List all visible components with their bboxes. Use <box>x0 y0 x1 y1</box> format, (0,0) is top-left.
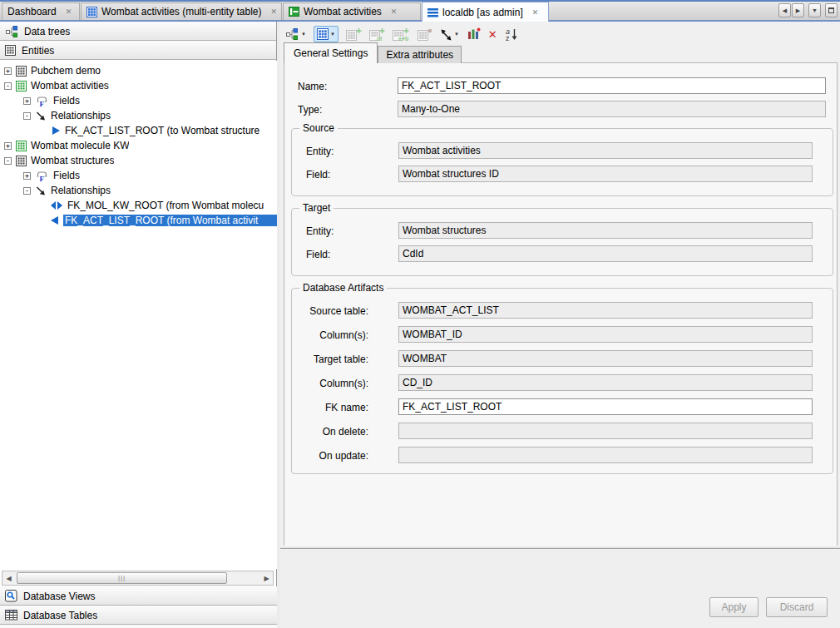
data-tree-icon <box>5 26 18 37</box>
maximize-button[interactable] <box>825 3 838 17</box>
relationship-arrow-icon <box>35 111 47 121</box>
chevron-down-icon: ▼ <box>454 32 459 37</box>
tree-row-selected[interactable]: FK_ACT_LIST_ROOT (from Wombat activit <box>0 213 277 228</box>
collapse-icon[interactable]: - <box>23 112 31 120</box>
entities-tree: + Pubchem demo - Wombat activities + F <box>0 61 277 569</box>
target-entity-label: Entity: <box>306 225 334 237</box>
discard-button[interactable]: Discard <box>766 597 828 617</box>
tree-row[interactable]: - Relationships <box>0 183 277 198</box>
tree-row[interactable]: + F Fields <box>0 93 277 108</box>
entities-grid-icon <box>5 45 16 56</box>
target-field-field <box>398 245 813 262</box>
data-tree-tool-button[interactable]: ▼ <box>285 27 306 41</box>
apply-button[interactable]: Apply <box>709 597 758 617</box>
tab-extra-attributes[interactable]: Extra attributes <box>378 46 462 63</box>
expand-icon[interactable]: + <box>23 172 31 180</box>
section-database-views[interactable]: Database Views <box>0 586 277 606</box>
tree-row[interactable]: + Pubchem demo <box>0 63 277 78</box>
close-icon[interactable]: ✕ <box>531 7 541 17</box>
tree-row[interactable]: + Wombat molecule KW <box>0 138 277 153</box>
editor-toolbar: ▼ ▼ ct a+b ▼ <box>285 24 518 44</box>
close-icon[interactable]: ✕ <box>269 7 279 17</box>
section-label: Entities <box>22 45 54 57</box>
collapse-icon[interactable]: - <box>23 187 31 195</box>
section-entities[interactable]: Entities <box>0 41 276 60</box>
source-field-field <box>398 166 813 182</box>
name-field[interactable] <box>398 77 826 94</box>
tree-row[interactable]: - Relationships <box>0 108 277 123</box>
collapse-icon[interactable]: - <box>4 82 12 90</box>
forward-icon: ▶ <box>796 7 800 14</box>
artifacts-group-title: Database Artifacts <box>299 282 387 294</box>
on-delete-label: On delete: <box>299 426 368 438</box>
sort-az-button[interactable]: az <box>505 27 518 41</box>
source-columns-label: Column(s): <box>299 329 368 341</box>
new-relationship-icon <box>440 28 452 41</box>
expand-icon[interactable]: + <box>4 142 12 150</box>
close-icon[interactable]: ✕ <box>389 7 399 17</box>
sort-az-icon: az <box>505 27 518 41</box>
new-relationship-button[interactable]: ▼ <box>440 28 459 41</box>
on-update-field <box>398 447 813 463</box>
tree-row[interactable]: + F Fields <box>0 168 277 183</box>
scrollbar-thumb[interactable]: ||| <box>17 572 227 584</box>
triangle-right-icon <box>52 126 61 136</box>
tree-item-label: Wombat activities <box>31 80 109 91</box>
scroll-tabs-left-button[interactable]: ◀ <box>778 3 791 17</box>
tab-wombat-activities[interactable]: Wombat activities ✕ <box>283 2 421 20</box>
source-columns-field <box>398 326 813 343</box>
tree-item-label: Relationships <box>51 185 111 196</box>
add-entity-ct-button[interactable]: ct <box>369 27 385 41</box>
tab-list-dropdown-button[interactable]: ▼ <box>808 3 821 17</box>
data-tree-icon <box>285 27 299 41</box>
delete-button[interactable]: ✕ <box>488 28 497 41</box>
scroll-tabs-right-button[interactable]: ▶ <box>792 3 804 17</box>
tab-localdb[interactable]: localdb [as admin] ✕ <box>422 2 549 22</box>
add-entity-ab-icon: a+b <box>393 27 410 41</box>
tree-row[interactable]: - Wombat structures <box>0 153 277 168</box>
tree-horizontal-scrollbar[interactable]: ◀ ||| ▶ <box>2 571 274 586</box>
tree-row[interactable]: FK_ACT_LIST_ROOT (to Wombat structure <box>0 123 277 138</box>
entity-grid-green-icon <box>16 81 27 91</box>
column-stats-button[interactable] <box>467 27 481 41</box>
scroll-left-arrow[interactable]: ◀ <box>2 571 15 585</box>
tree-item-label: Fields <box>53 170 80 181</box>
tree-item-label: Wombat structures <box>31 155 114 166</box>
new-entity-tool-button[interactable]: ▼ <box>314 26 338 42</box>
explorer-panel: Data trees Entities + Pubchem demo - <box>0 22 277 628</box>
add-entity-ab-button[interactable]: a+b <box>393 27 410 41</box>
close-icon[interactable]: ✕ <box>64 7 74 17</box>
tab-wombat-activities-multi-entity[interactable]: Wombat activities (multi-entity table) ✕ <box>81 2 282 20</box>
form-green-icon <box>289 7 299 17</box>
fk-name-field[interactable] <box>398 398 813 415</box>
svg-text:F: F <box>40 100 45 107</box>
column-stats-icon <box>467 27 481 41</box>
svg-text:ct: ct <box>377 36 383 41</box>
expand-icon[interactable]: + <box>4 67 12 75</box>
tree-item-label: FK_MOL_KW_ROOT (from Wombat molecu <box>67 200 264 211</box>
tree-row[interactable]: - Wombat activities <box>0 78 277 93</box>
expand-icon[interactable]: + <box>23 97 31 105</box>
tab-dashboard[interactable]: Dashboard ✕ <box>2 2 80 20</box>
tree-item-label: FK_ACT_LIST_ROOT (from Wombat activit <box>63 215 277 226</box>
fk-name-label: FK name: <box>299 402 368 413</box>
section-label: Data trees <box>24 26 70 37</box>
type-label: Type: <box>298 104 322 116</box>
section-database-tables[interactable]: Database Tables <box>0 606 277 625</box>
promote-entity-button[interactable] <box>418 27 432 41</box>
section-schema[interactable]: Schema <box>0 625 277 628</box>
section-data-trees[interactable]: Data trees <box>0 22 276 41</box>
magnifier-icon <box>5 590 17 602</box>
relationship-arrow-icon <box>35 185 47 196</box>
entity-grid-green-icon <box>16 141 27 151</box>
svg-text:F: F <box>40 175 45 182</box>
tab-label: Dashboard <box>7 6 57 17</box>
tab-general-settings[interactable]: General Settings <box>284 42 378 63</box>
add-entity-icon <box>346 27 362 41</box>
add-entity-button[interactable] <box>346 27 362 41</box>
schema-lines-icon <box>427 7 438 17</box>
tree-row[interactable]: FK_MOL_KW_ROOT (from Wombat molecu <box>0 198 277 213</box>
scroll-right-arrow[interactable]: ▶ <box>260 571 273 585</box>
on-update-label: On update: <box>299 450 368 462</box>
collapse-icon[interactable]: - <box>4 157 12 165</box>
